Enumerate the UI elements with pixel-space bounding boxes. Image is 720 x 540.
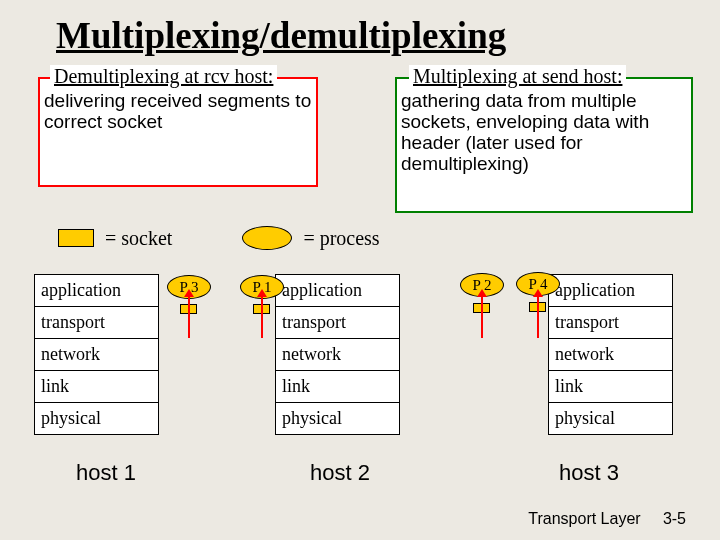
host3-stack: application transport network link physi… [548, 274, 673, 435]
layer-link: link [35, 370, 158, 402]
legend-socket-text: = socket [105, 227, 172, 249]
mux-label: Multiplexing at send host: [409, 65, 626, 88]
layer-application: application [35, 275, 158, 306]
layer-transport: transport [276, 306, 399, 338]
mux-box: Multiplexing at send host: gathering dat… [395, 77, 693, 213]
host2-label: host 2 [310, 460, 370, 486]
arrow-to-p1 [261, 296, 263, 338]
slide-title: Multiplexing/demultiplexing [56, 14, 506, 57]
process-icon [242, 226, 292, 250]
layer-application: application [276, 275, 399, 306]
footer: Transport Layer 3-5 [528, 510, 686, 528]
legend: = socket = process [58, 225, 380, 250]
layer-physical: physical [549, 402, 672, 434]
layer-link: link [549, 370, 672, 402]
layer-physical: physical [276, 402, 399, 434]
layer-network: network [276, 338, 399, 370]
arrow-to-p4 [537, 296, 539, 338]
layer-link: link [276, 370, 399, 402]
host3-label: host 3 [559, 460, 619, 486]
demux-label: Demultiplexing at rcv host: [50, 65, 277, 88]
mux-body: gathering data from multiple sockets, en… [401, 91, 687, 175]
layer-network: network [35, 338, 158, 370]
layer-transport: transport [35, 306, 158, 338]
host1-label: host 1 [76, 460, 136, 486]
page-number: 3-5 [663, 510, 686, 527]
footer-text: Transport Layer [528, 510, 640, 527]
host1-stack: application transport network link physi… [34, 274, 159, 435]
layer-application: application [549, 275, 672, 306]
host2-stack: application transport network link physi… [275, 274, 400, 435]
demux-box: Demultiplexing at rcv host: delivering r… [38, 77, 318, 187]
arrow-to-p3 [188, 296, 190, 338]
socket-icon [58, 229, 94, 247]
legend-process-text: = process [303, 227, 379, 249]
demux-body: delivering received segments to correct … [44, 91, 312, 133]
arrow-to-p2 [481, 296, 483, 338]
layer-transport: transport [549, 306, 672, 338]
layer-network: network [549, 338, 672, 370]
layer-physical: physical [35, 402, 158, 434]
